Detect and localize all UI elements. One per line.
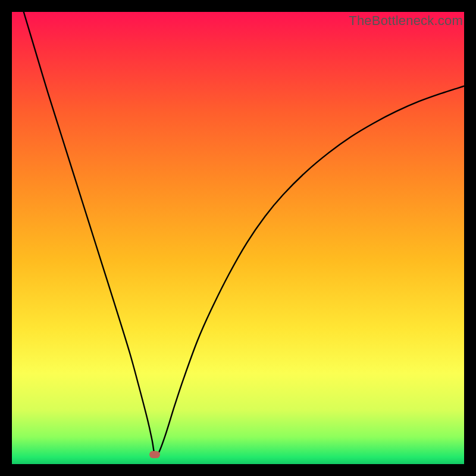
curve-layer: [12, 12, 464, 464]
chart-frame: TheBottleneck.com: [12, 12, 464, 464]
optimum-marker: [149, 451, 160, 458]
bottleneck-curve: [24, 12, 464, 456]
watermark-text: TheBottleneck.com: [349, 13, 463, 29]
